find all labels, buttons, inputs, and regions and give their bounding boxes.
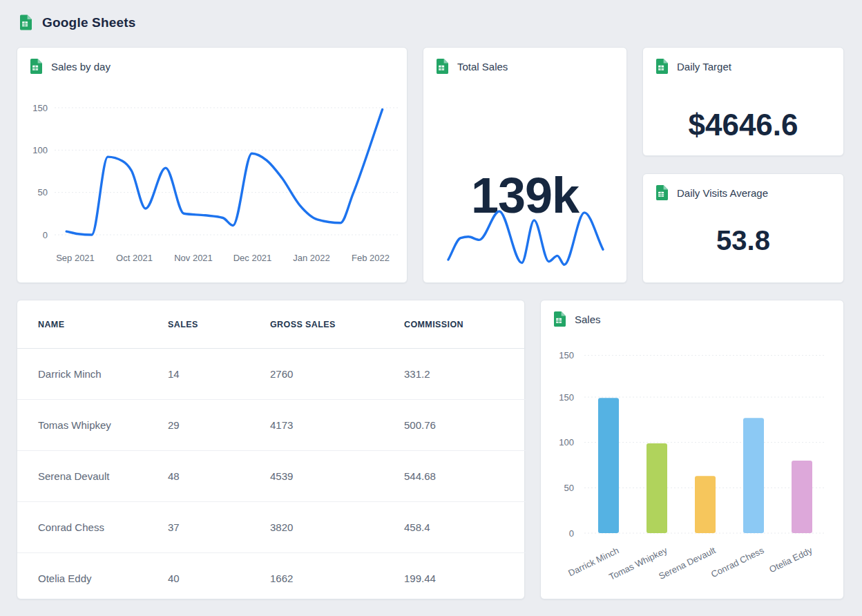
sales-bar-chart: 150150100500Darrick MinchTomas WhipkeySe… xyxy=(541,300,845,600)
daily-target-card: Daily Target $4646.6 xyxy=(642,47,844,156)
y-tick-label: 150 xyxy=(559,392,574,403)
cell-gross-sales: 4173 xyxy=(270,400,404,451)
cell-commission: 331.2 xyxy=(404,349,526,400)
card-title-label: Total Sales xyxy=(457,61,508,73)
x-tick-label: Nov 2021 xyxy=(174,253,213,263)
cell-gross-sales: 1662 xyxy=(270,553,404,604)
y-tick-label: 0 xyxy=(569,528,574,539)
page-title: Google Sheets xyxy=(42,15,136,30)
cell-name: Conrad Chess xyxy=(17,502,168,553)
daily-visits-card-title: Daily Visits Average xyxy=(656,185,768,200)
y-tick-label: 0 xyxy=(43,230,48,240)
cell-commission: 199.44 xyxy=(404,553,526,604)
bar xyxy=(695,476,716,533)
cell-commission: 544.68 xyxy=(404,451,526,502)
sheets-icon xyxy=(656,59,668,74)
card-title-label: Daily Target xyxy=(677,61,731,73)
cell-sales: 40 xyxy=(168,553,270,604)
cell-name: Darrick Minch xyxy=(17,349,168,400)
x-tick-label: Dec 2021 xyxy=(233,253,272,263)
y-tick-label: 150 xyxy=(32,103,48,113)
cell-sales: 29 xyxy=(168,400,270,451)
y-tick-label: 100 xyxy=(559,437,574,447)
cell-commission: 500.76 xyxy=(404,400,526,451)
sales-bar-card-title: Sales xyxy=(554,311,601,327)
bar-label: Otelia Eddy xyxy=(767,545,814,575)
cell-name: Otelia Eddy xyxy=(17,553,168,604)
dashboard-page: Google Sheets Sales by day 150100500Sep … xyxy=(0,0,862,616)
google-sheets-icon xyxy=(20,15,32,30)
table-header-row: NAME SALES GROSS SALES COMMISSION xyxy=(17,300,526,349)
bar xyxy=(792,461,812,533)
column-header-commission: COMMISSION xyxy=(404,300,526,349)
card-title-label: Sales by day xyxy=(51,61,111,73)
sheets-icon xyxy=(437,59,448,74)
table-row: Darrick Minch 14 2760 331.2 xyxy=(17,349,526,400)
cell-sales: 14 xyxy=(168,349,270,400)
bar-label: Serena Devault xyxy=(657,545,717,581)
total-sales-value: 139k xyxy=(423,171,626,220)
daily-visits-average-card: Daily Visits Average 53.8 xyxy=(642,173,844,283)
sales-by-day-card-title: Sales by day xyxy=(30,59,111,74)
sheets-icon xyxy=(30,59,42,74)
cell-gross-sales: 4539 xyxy=(270,451,404,502)
sheets-icon xyxy=(554,311,566,327)
sales-by-day-card: Sales by day 150100500Sep 2021Oct 2021No… xyxy=(17,47,408,283)
card-title-label: Daily Visits Average xyxy=(677,187,768,199)
daily-target-value: $4646.6 xyxy=(643,110,843,140)
cell-name: Tomas Whipkey xyxy=(17,400,168,451)
line-path xyxy=(66,110,382,235)
sheets-icon xyxy=(656,185,668,200)
cell-name: Serena Devault xyxy=(17,451,168,502)
app-header: Google Sheets xyxy=(20,15,136,30)
table-row: Tomas Whipkey 29 4173 500.76 xyxy=(17,400,526,451)
bar-label: Darrick Minch xyxy=(566,545,620,578)
cell-gross-sales: 2760 xyxy=(270,349,404,400)
table-row: Conrad Chess 37 3820 458.4 xyxy=(17,502,526,553)
column-header-gross-sales: GROSS SALES xyxy=(270,300,404,349)
y-tick-label: 100 xyxy=(32,145,48,155)
total-sales-card-title: Total Sales xyxy=(437,59,508,74)
x-tick-label: Sep 2021 xyxy=(56,253,95,263)
cell-gross-sales: 3820 xyxy=(270,502,404,553)
total-sales-card: Total Sales 139k xyxy=(423,47,627,283)
total-sales-sparkline xyxy=(423,48,628,284)
bar-label: Tomas Whipkey xyxy=(607,545,669,582)
x-tick-label: Feb 2022 xyxy=(352,253,390,263)
bar xyxy=(598,398,619,533)
bar xyxy=(646,443,667,533)
column-header-name: NAME xyxy=(17,300,168,349)
sales-bar-chart-card: Sales 150150100500Darrick MinchTomas Whi… xyxy=(540,300,844,599)
daily-target-card-title: Daily Target xyxy=(656,59,731,74)
x-tick-label: Oct 2021 xyxy=(116,253,153,263)
cell-sales: 48 xyxy=(168,451,270,502)
y-tick-label: 50 xyxy=(38,187,48,198)
cell-commission: 458.4 xyxy=(404,502,526,553)
y-tick-label: 50 xyxy=(564,483,574,493)
x-tick-label: Jan 2022 xyxy=(293,253,330,263)
card-title-label: Sales xyxy=(575,314,601,325)
sales-table: NAME SALES GROSS SALES COMMISSION Darric… xyxy=(17,300,526,604)
sales-by-day-line-chart: 150100500Sep 2021Oct 2021Nov 2021Dec 202… xyxy=(17,48,408,284)
table-row: Serena Devault 48 4539 544.68 xyxy=(17,451,526,502)
cell-sales: 37 xyxy=(168,502,270,553)
table-row: Otelia Eddy 40 1662 199.44 xyxy=(17,553,526,604)
bar-label: Conrad Chess xyxy=(709,545,766,579)
bar xyxy=(743,418,764,533)
sales-table-card: NAME SALES GROSS SALES COMMISSION Darric… xyxy=(17,300,525,599)
column-header-sales: SALES xyxy=(168,300,270,349)
y-tick-label: 150 xyxy=(559,350,574,360)
daily-visits-average-value: 53.8 xyxy=(643,227,843,254)
